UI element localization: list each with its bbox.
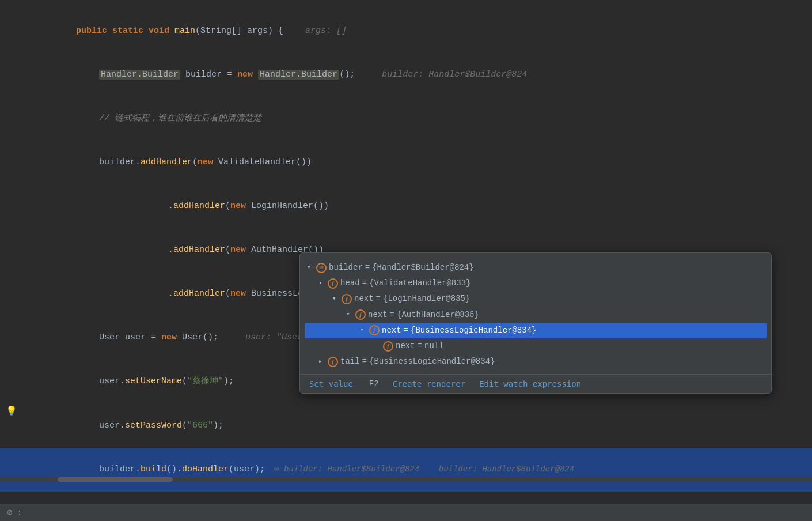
expand-arrow-next-auth[interactable] <box>346 309 355 320</box>
status-separator: : <box>17 508 22 517</box>
method-name: main <box>174 26 195 36</box>
keyword: new <box>161 333 182 342</box>
field-icon: f <box>369 325 380 335</box>
tree-var-tail: tail <box>340 354 360 369</box>
tree-var: builder <box>329 260 363 275</box>
method-name: addHandler <box>173 245 225 255</box>
field-icon: f <box>355 309 366 320</box>
tree-val: {AuthHandler@836} <box>397 308 479 322</box>
method-name: addHandler <box>173 201 225 211</box>
code-plain: user. <box>99 421 125 431</box>
tree-var: next <box>354 292 374 306</box>
method-name: addHandler <box>173 289 225 299</box>
keyword: new <box>230 245 251 255</box>
expand-arrow-next-business[interactable] <box>360 324 369 336</box>
field-icon: f <box>328 357 338 367</box>
status-bar: ⊘ : <box>0 504 812 521</box>
code-content: .addHandler(new LoginHandler()) <box>23 186 812 227</box>
type-highlight: Handler.Builder <box>99 70 180 80</box>
keyword: static <box>112 26 149 36</box>
tree-row-head[interactable]: f head = {ValidateHandler@833} <box>305 275 767 291</box>
create-renderer-button[interactable]: Create renderer <box>393 379 465 388</box>
code-plain: ( <box>225 289 230 299</box>
debug-popup: ∞ builder = {Handler$Builder@824} f head… <box>299 252 772 394</box>
set-value-button[interactable]: Set value <box>309 379 353 388</box>
code-line: 💡 user.setPassWord("666"); <box>0 403 812 448</box>
code-plain: user. <box>99 376 125 386</box>
tree-val-business: {BusinessLogicHandler@834} <box>411 323 536 338</box>
code-content: user.setPassWord("666"); <box>23 405 812 447</box>
code-line: builder.addHandler(new ValidateHandler()… <box>0 141 812 184</box>
code-plain: . <box>168 289 173 299</box>
tree-eq: = <box>365 260 370 275</box>
method-name: addHandler <box>141 157 192 167</box>
method-name: doHandler <box>182 465 229 474</box>
code-line: // 链式编程，谁在前谁在后看的清清楚楚 <box>0 97 812 141</box>
expand-arrow-next-login[interactable] <box>332 293 342 305</box>
field-icon: f <box>383 341 393 352</box>
field-icon: f <box>328 278 338 289</box>
method-name: setPassWord <box>125 421 182 431</box>
tree-row-next-null[interactable]: f next = null <box>305 338 767 354</box>
debug-inline: args: [] <box>295 26 347 36</box>
tree-row-next-auth[interactable]: f next = {AuthHandler@836} <box>305 307 767 323</box>
tree-var-next-null: next <box>396 339 415 353</box>
expand-arrow-builder[interactable] <box>307 262 316 274</box>
debug-inline-current: ∞ builder: Handler$Builder@824 builder: … <box>274 465 574 474</box>
code-plain: ( <box>182 421 187 431</box>
code-plain: User user = <box>99 333 161 342</box>
expand-arrow-tail[interactable] <box>318 356 328 368</box>
code-plain: ( <box>182 376 187 386</box>
code-plain: . <box>168 201 173 211</box>
code-content: // 链式编程，谁在前谁在后看的清清楚楚 <box>23 98 812 139</box>
infinity-icon: ∞ <box>316 263 327 273</box>
code-plain: ValidateHandler()) <box>218 157 312 167</box>
tree-row-next-login[interactable]: f next = {LoginHandler@835} <box>305 291 767 307</box>
code-plain: User(); <box>182 333 218 342</box>
tree-row-builder[interactable]: ∞ builder = {Handler$Builder@824} <box>305 260 767 275</box>
string-literal: "666" <box>187 421 213 431</box>
code-plain: . <box>168 245 173 255</box>
set-value-shortcut: F2 <box>369 379 379 388</box>
code-line: public static void main(String[] args) {… <box>0 9 812 53</box>
code-plain: ( <box>225 245 230 255</box>
editor-area: public static void main(String[] args) {… <box>0 0 812 521</box>
tree-var-head: head <box>340 276 360 290</box>
tree-eq: = <box>362 276 367 290</box>
bulb-icon[interactable]: 💡 <box>6 405 17 420</box>
code-content: public static void main(String[] args) {… <box>23 10 812 52</box>
current-code-line: builder.build().doHandler(user);∞ builde… <box>0 448 812 492</box>
field-icon: f <box>342 294 352 304</box>
gutter: 💡 <box>0 405 23 420</box>
code-plain: LoginHandler()) <box>251 201 329 211</box>
keyword: public <box>76 26 112 36</box>
code-content: Handler.Builder builder = new Handler.Bu… <box>23 54 812 96</box>
keyword: new <box>230 201 251 211</box>
edit-watch-expression-button[interactable]: Edit watch expression <box>479 379 581 388</box>
code-plain: builder = <box>180 70 237 80</box>
code-line: .addHandler(new LoginHandler()) <box>0 184 812 228</box>
debug-tree: ∞ builder = {Handler$Builder@824} f head… <box>300 253 771 374</box>
tree-eq: = <box>390 308 394 322</box>
status-circle-icon: ⊘ <box>7 507 13 518</box>
tree-row-tail[interactable]: f tail = {BusinessLogicHandler@834} <box>305 354 767 369</box>
code-plain: ); <box>213 421 223 431</box>
tree-eq: = <box>362 354 367 369</box>
tree-var: next <box>382 323 401 338</box>
code-plain: builder. <box>99 465 141 474</box>
method-name: setUserName <box>125 376 182 386</box>
keyword: new <box>198 157 218 167</box>
keyword: new <box>237 70 258 80</box>
scrollbar-thumb[interactable] <box>58 477 173 482</box>
tree-val-head: {ValidateHandler@833} <box>369 276 470 290</box>
tree-eq: = <box>418 339 422 353</box>
debug-footer: Set value F2 Create renderer Edit watch … <box>300 374 771 393</box>
code-plain: (). <box>166 465 182 474</box>
string-literal: "蔡徐坤" <box>187 376 223 386</box>
type-highlight: Handler.Builder <box>258 70 339 80</box>
tree-eq: = <box>376 292 381 306</box>
horizontal-scrollbar[interactable] <box>0 477 812 482</box>
expand-arrow-head[interactable] <box>318 278 328 289</box>
code-content: builder.addHandler(new ValidateHandler()… <box>23 142 812 183</box>
tree-row-next-business[interactable]: f next = {BusinessLogicHandler@834} <box>305 323 767 338</box>
